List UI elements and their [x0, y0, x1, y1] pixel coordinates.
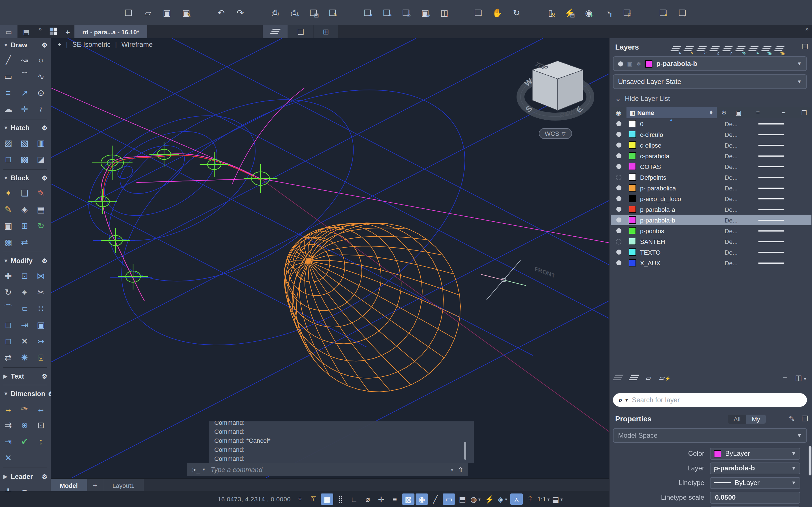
layer-lineweight[interactable]: De... [725, 163, 758, 170]
layer-color-swatch[interactable] [628, 238, 636, 245]
layer-lineweight[interactable]: De... [725, 206, 758, 213]
gear-icon[interactable]: ⚙ [42, 174, 47, 182]
layer-row[interactable]: SANTEHDe... [611, 236, 811, 247]
annotation-scale-button[interactable]: 1:1▼ [538, 494, 550, 505]
layer-lineweight[interactable]: De... [725, 238, 758, 245]
attach-reference-icon[interactable]: ❏⊃ [400, 7, 412, 18]
layer-color-swatch[interactable] [628, 195, 636, 202]
gear-icon[interactable]: ⚙ [42, 257, 47, 265]
view-manager-icon[interactable]: ❏⌕ [677, 7, 688, 18]
layer-lineweight[interactable]: De... [725, 131, 758, 138]
space-dropdown[interactable]: Model Space ▼ [613, 428, 807, 443]
lock-column-icon[interactable]: ▣ [731, 109, 746, 116]
layer-dropdown[interactable]: p-parabola-b ▼ [710, 462, 800, 474]
move-tool-icon[interactable]: ✚ [0, 269, 16, 283]
layer-color-swatch[interactable] [628, 120, 636, 127]
section-header-modify[interactable]: ▼Modify⚙ [0, 254, 51, 268]
palette-overflow-chevron[interactable]: » [802, 25, 812, 38]
pan-icon[interactable]: ✋ [492, 7, 503, 18]
columns-icon[interactable]: ◫ ▼ [795, 374, 807, 382]
layer-linetype-sample[interactable] [758, 155, 811, 156]
gear-icon[interactable]: ⚙ [42, 473, 47, 480]
ellipse-tool-icon[interactable]: ⊙ [33, 86, 49, 100]
layer-linetype-sample[interactable] [758, 209, 811, 210]
adjust-space-icon[interactable]: ↕ [33, 434, 49, 449]
remove-icon[interactable]: − [783, 374, 787, 382]
object-snap-3d-icon[interactable]: ⬒ [456, 494, 469, 505]
palette-tab-references[interactable]: ❏ [288, 25, 313, 38]
undo-icon[interactable]: ↶ [215, 7, 227, 18]
save-as-icon[interactable]: ▣✎ [181, 7, 192, 18]
layer-linetype-sample[interactable] [758, 134, 811, 135]
group-folder-icon[interactable]: ▱ [646, 374, 651, 382]
tab-layout1[interactable]: Layout1 [103, 479, 144, 492]
dimension-break-icon[interactable]: ✕ [0, 450, 16, 465]
block-attribute-manager-icon[interactable]: ▩ [0, 235, 16, 249]
layer-lineweight[interactable]: De... [725, 260, 758, 266]
drafting-settings-icon[interactable]: ⌖ [294, 494, 306, 505]
save-icon[interactable]: ▣ [161, 7, 172, 18]
command-history-scrollbar[interactable] [464, 442, 466, 460]
layer-row[interactable]: p-eixo_dr_focoDe... [611, 193, 811, 204]
filter-my-button[interactable]: My [746, 414, 765, 424]
layer-linetype-sample[interactable] [758, 262, 811, 263]
create-block-icon[interactable]: ✦ [0, 186, 16, 200]
gradient-tool-icon[interactable]: ▥ [33, 135, 49, 150]
layer-lineweight[interactable]: De... [725, 249, 758, 256]
layer-linetype-sample[interactable] [758, 251, 811, 252]
viewport-visual-style-control[interactable]: Wireframe [121, 41, 153, 48]
layer-linetype-sample[interactable] [758, 241, 811, 242]
color-dropdown[interactable]: ByLayer ▼ [710, 448, 800, 459]
rotate-tool-icon[interactable]: ↻ [0, 285, 16, 299]
quick-select-icon[interactable]: ⚡▤ [564, 7, 575, 18]
layer-color-swatch[interactable] [628, 206, 636, 213]
layer-on-icon[interactable] [611, 132, 626, 137]
multiline-tool-icon[interactable]: ≡ [0, 86, 16, 100]
layer-row[interactable]: c-elipseDe... [611, 140, 811, 151]
layer-linetype-sample[interactable] [758, 198, 811, 199]
layer-row[interactable]: X_AUXDe... [611, 258, 811, 268]
linetype-scale-input[interactable] [714, 493, 796, 502]
name-column-header[interactable]: ◧ Name ▲▼ ▲ [626, 107, 716, 118]
mirror-tool-icon[interactable]: ⋈ [33, 269, 49, 283]
drawing-tab[interactable]: rd - para...a - 16.10* [74, 25, 147, 38]
extend-tool-icon[interactable]: ⇥ [16, 318, 33, 332]
osnap-settings-icon[interactable]: ◉✛ [583, 7, 594, 18]
section-header-text[interactable]: ▶Text⚙ [0, 370, 51, 383]
rectangle-tool-icon[interactable]: ▭ [0, 69, 16, 83]
explode-tool-icon[interactable]: ✸ [16, 350, 33, 365]
layer-on-icon[interactable] [611, 260, 626, 265]
hatch-edit-tool-icon[interactable]: ▧ [16, 135, 33, 150]
layer-color-swatch[interactable] [628, 173, 636, 181]
layer-on-icon[interactable] [611, 249, 626, 255]
viewport-view-control[interactable]: SE Isometric [72, 41, 110, 48]
select-similar-tool-icon[interactable]: ⌖ [16, 285, 33, 299]
unlock-layer-icon[interactable]: ▣ [775, 44, 783, 54]
command-prompt-caret-icon[interactable]: ▾ [203, 467, 205, 472]
import-icon[interactable]: ❏➜ [362, 7, 373, 18]
line-tool-icon[interactable]: ╱ [0, 53, 16, 67]
join-tool-icon[interactable]: ↣ [33, 334, 49, 348]
command-history[interactable]: Command:Command:Command: *Cancel*Command… [209, 421, 474, 463]
palette-tab-sheet-sets[interactable]: ⊞ [313, 25, 339, 38]
layer-on-icon[interactable] [611, 217, 626, 223]
edit-attribute-icon[interactable]: ✎ [0, 202, 16, 217]
panel-collapse-icon[interactable]: ❐ [802, 43, 808, 51]
tolerance-icon[interactable]: ⊡ [33, 418, 49, 432]
object-snap-icon[interactable]: ▩ [402, 494, 414, 505]
layer-linetype-sample[interactable] [758, 230, 811, 231]
layer-on-icon[interactable] [611, 228, 626, 233]
change-space-tool-icon[interactable]: ⇄ [0, 350, 16, 365]
layer-linetype-sample[interactable] [758, 166, 811, 167]
trim-tool-icon[interactable]: ✂ [33, 285, 49, 299]
measure-tool-icon[interactable]: ↗ [16, 86, 33, 100]
move-to-layer-above-icon[interactable]: ↗ [723, 44, 731, 54]
layer-state-dropdown[interactable]: Unsaved Layer State ▼ [613, 74, 807, 89]
layer-linetype-sample[interactable] [758, 123, 811, 124]
open-file-icon[interactable]: ▱ [142, 7, 153, 18]
plot-column-icon[interactable]: ❐ [797, 109, 811, 116]
spline-tool-icon[interactable]: ∿ [33, 69, 49, 83]
linetype-scale-field[interactable] [710, 492, 800, 503]
sidebar-overflow-chevron[interactable]: » [35, 25, 45, 38]
layer-linetype-sample[interactable] [758, 145, 811, 146]
